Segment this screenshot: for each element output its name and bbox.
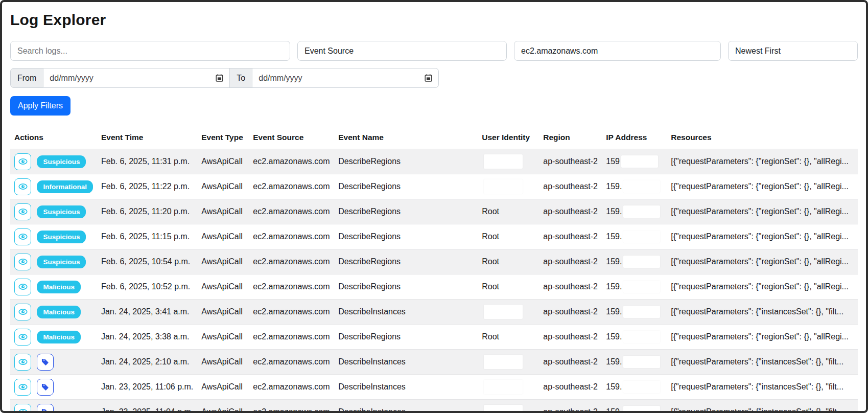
cell-event-time: Feb. 6, 2025, 11:22 p.m. (97, 174, 197, 199)
cell-user-identity: Root (478, 274, 539, 300)
view-details-button[interactable] (14, 404, 31, 413)
to-date-input[interactable]: dd/mm/yyyy (252, 68, 439, 88)
cell-event-name: DescribeInstances (334, 350, 478, 375)
ip-address-text: 159 (606, 157, 620, 166)
sort-order-select[interactable]: Newest First (728, 41, 858, 61)
column-header-resources: Resources (667, 128, 858, 149)
ip-address-redaction (621, 155, 658, 168)
cell-user-identity (478, 174, 539, 199)
cell-actions: Malicious (10, 274, 97, 300)
ip-address-text: 159. (606, 182, 622, 191)
view-details-button[interactable] (14, 379, 31, 396)
ip-address-redaction (623, 331, 660, 343)
cell-event-name: DescribeInstances (334, 300, 478, 325)
ip-address-redaction (623, 231, 660, 243)
cell-actions: Suspicious (10, 249, 97, 274)
view-details-button[interactable] (14, 329, 31, 346)
cell-region: ap-southeast-2 (539, 174, 602, 199)
severity-badge: Suspicious (37, 155, 86, 168)
event-source-filter-input[interactable] (514, 41, 721, 61)
log-explorer-window: Log Explorer Event Source Newest First F… (0, 0, 868, 413)
cell-event-source: ec2.amazonaws.com (249, 224, 334, 249)
sort-order-select-value: Newest First (735, 47, 781, 56)
apply-filters-button[interactable]: Apply Filters (10, 96, 71, 116)
ip-address-redaction (623, 256, 660, 268)
user-identity-text: Root (482, 207, 499, 216)
view-details-button[interactable] (14, 304, 31, 320)
view-details-button[interactable] (14, 228, 31, 245)
view-details-button[interactable] (14, 203, 31, 220)
tag-button[interactable] (37, 404, 54, 413)
cell-event-name: DescribeRegions (334, 325, 478, 350)
ip-address-text: 159. (606, 382, 622, 391)
cell-resources: [{"requestParameters": {"instancesSet": … (667, 300, 858, 325)
ip-address-redaction (623, 306, 660, 318)
page-title: Log Explorer (10, 11, 858, 29)
eye-icon (18, 357, 28, 366)
view-details-button[interactable] (14, 178, 31, 195)
cell-event-type: AwsApiCall (197, 199, 249, 224)
cell-event-time: Feb. 6, 2025, 11:31 p.m. (97, 149, 197, 174)
view-details-button[interactable] (14, 354, 31, 371)
table-row: Malicious Feb. 6, 2025, 10:52 p.m. AwsAp… (10, 274, 858, 300)
severity-badge: Suspicious (37, 256, 86, 268)
severity-badge: Malicious (37, 331, 81, 343)
table-header-row: Actions Event Time Event Type Event Sour… (10, 128, 858, 149)
tag-button[interactable] (37, 379, 54, 396)
ip-address-text: 159. (606, 332, 622, 341)
cell-event-time: Feb. 6, 2025, 11:15 p.m. (97, 224, 197, 249)
cell-resources: [{"requestParameters": {"regionSet": {},… (667, 199, 858, 224)
calendar-icon[interactable] (216, 74, 223, 82)
view-details-button[interactable] (14, 153, 31, 170)
filter-bar: Event Source Newest First (10, 41, 858, 61)
cell-user-identity (478, 400, 539, 413)
event-source-select[interactable]: Event Source (297, 41, 507, 61)
cell-event-source: ec2.amazonaws.com (249, 149, 334, 174)
cell-event-source: ec2.amazonaws.com (249, 199, 334, 224)
event-source-select-value: Event Source (304, 47, 354, 56)
cell-event-name: DescribeRegions (334, 274, 478, 300)
cell-event-name: DescribeRegions (334, 174, 478, 199)
date-range-group: From dd/mm/yyyy To dd/mm/yyyy (10, 68, 858, 88)
cell-event-name: DescribeInstances (334, 400, 478, 413)
search-input[interactable] (10, 41, 290, 61)
user-identity-redaction (484, 380, 523, 394)
view-details-button[interactable] (14, 279, 31, 295)
ip-address-redaction (623, 281, 660, 293)
cell-user-identity (478, 375, 539, 400)
user-identity-redaction (484, 154, 523, 169)
from-date-input[interactable]: dd/mm/yyyy (43, 68, 230, 88)
cell-ip-address: 159. (602, 249, 667, 274)
column-header-user-identity: User Identity (478, 128, 539, 149)
cell-event-time: Feb. 6, 2025, 11:20 p.m. (97, 199, 197, 224)
tag-button[interactable] (37, 354, 54, 371)
cell-resources: [{"requestParameters": {"regionSet": {},… (667, 274, 858, 300)
cell-actions: Suspicious (10, 199, 97, 224)
cell-event-name: DescribeInstances (334, 375, 478, 400)
ip-address-redaction (623, 381, 660, 393)
cell-actions (10, 400, 97, 413)
user-identity-redaction (484, 405, 523, 413)
calendar-icon[interactable] (425, 74, 432, 82)
severity-badge: Informational (37, 180, 93, 193)
ip-address-text: 159. (606, 282, 622, 291)
eye-icon (18, 232, 28, 241)
cell-event-time: Jan. 24, 2025, 3:41 a.m. (97, 300, 197, 325)
severity-badge: Suspicious (37, 205, 86, 218)
severity-badge: Malicious (37, 281, 81, 293)
ip-address-redaction (623, 356, 660, 368)
cell-region: ap-southeast-2 (539, 350, 602, 375)
cell-event-source: ec2.amazonaws.com (249, 274, 334, 300)
ip-address-text: 159. (606, 407, 622, 413)
cell-event-time: Jan. 24, 2025, 3:38 a.m. (97, 325, 197, 350)
eye-icon (18, 407, 28, 413)
view-details-button[interactable] (14, 254, 31, 270)
cell-user-identity (478, 300, 539, 325)
eye-icon (18, 182, 28, 191)
cell-resources: [{"requestParameters": {"regionSet": {},… (667, 325, 858, 350)
cell-ip-address: 159. (602, 224, 667, 249)
cell-event-source: ec2.amazonaws.com (249, 375, 334, 400)
from-label: From (10, 68, 43, 88)
eye-icon (18, 257, 28, 266)
cell-event-type: AwsApiCall (197, 350, 249, 375)
